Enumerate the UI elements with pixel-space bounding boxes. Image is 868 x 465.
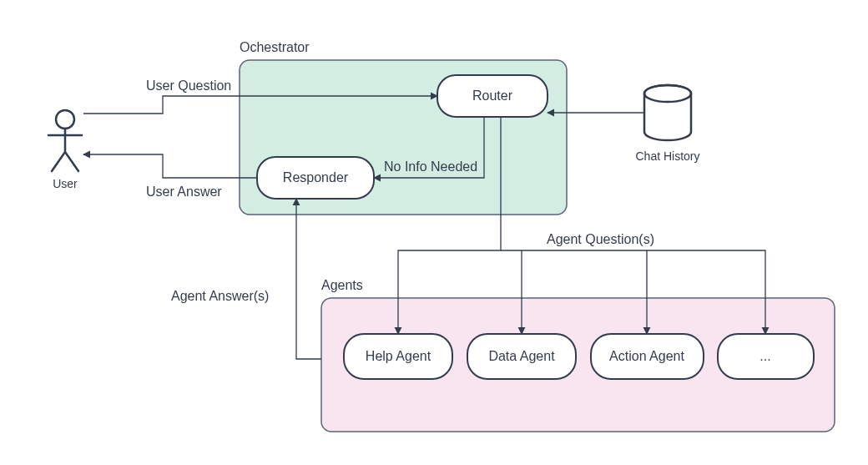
edge-user-answer [83, 154, 257, 178]
action-agent-label: Action Agent [609, 349, 684, 363]
edge-user-answer-label: User Answer [146, 184, 222, 199]
data-agent-label: Data Agent [488, 349, 555, 363]
user-icon [48, 110, 82, 171]
agents-title: Agents [321, 278, 363, 292]
responder-label: Responder [283, 170, 349, 184]
chat-history-label: Chat History [635, 149, 699, 163]
help-agent-label: Help Agent [366, 349, 431, 363]
router-label: Router [472, 88, 513, 103]
svg-point-0 [56, 110, 74, 129]
chat-history-icon [644, 85, 691, 140]
edge-agent-answers [296, 199, 321, 359]
user-label: User [53, 177, 78, 190]
edge-agent-questions-label: Agent Question(s) [547, 232, 654, 246]
edge-agent-answers-label: Agent Answer(s) [171, 289, 269, 303]
more-agent-label: ... [760, 349, 770, 363]
edge-no-info-label: No Info Needed [384, 159, 477, 174]
orchestrator-title: Ochestrator [240, 40, 310, 54]
edge-user-question-label: User Question [146, 78, 231, 93]
